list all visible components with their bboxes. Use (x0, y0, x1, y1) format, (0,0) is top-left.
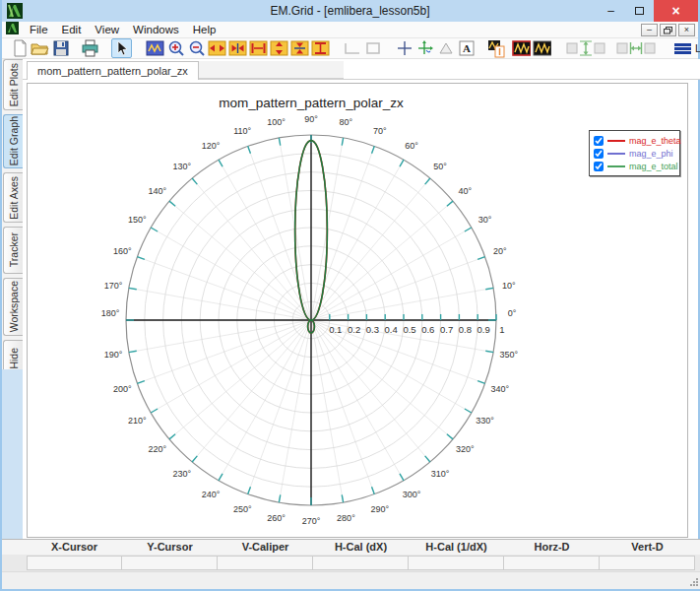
sidebar-tab-workspace[interactable]: Workspace (3, 278, 23, 336)
maximize-icon[interactable] (625, 0, 654, 22)
svg-text:0.8: 0.8 (459, 324, 472, 335)
svg-text:0.4: 0.4 (385, 324, 398, 335)
legend-line-sample (607, 153, 625, 155)
svg-text:0.6: 0.6 (421, 324, 434, 335)
title-bar: EM.Grid - [emlibera_lesson5b] – × (2, 0, 698, 22)
shrink-vertical-icon[interactable] (289, 38, 310, 58)
layout-menu-button[interactable]: Layout ▼ (670, 40, 700, 56)
svg-text:200°: 200° (113, 384, 132, 394)
svg-text:0.3: 0.3 (366, 324, 379, 335)
menu-windows[interactable]: Windows (126, 23, 186, 36)
svg-text:300°: 300° (403, 490, 421, 499)
svg-text:80°: 80° (340, 117, 353, 127)
svg-text:10°: 10° (502, 281, 516, 291)
legend: mag_e_theta mag_e_phi mag_e_total (589, 130, 680, 176)
pointer-select-icon[interactable] (111, 38, 132, 58)
text-annotation-icon[interactable]: A (456, 38, 477, 58)
toolbar: A Layout ▼ (2, 38, 698, 59)
zoom-window-icon[interactable] (145, 38, 165, 58)
save-file-icon[interactable] (50, 38, 71, 58)
fit-vertical-icon[interactable] (310, 38, 331, 58)
legend-line-sample (607, 140, 625, 142)
fit-horizontal-icon[interactable] (248, 38, 269, 58)
zoom-in-icon[interactable] (165, 38, 186, 58)
svg-text:230°: 230° (173, 469, 192, 479)
menu-view[interactable]: View (88, 23, 126, 36)
plot-style-red-icon[interactable] (511, 38, 532, 58)
cursor-label-hcal-dx: H-Cal (dX) (313, 540, 409, 555)
cursor-label-x: X-Cursor (27, 540, 122, 555)
print-icon[interactable] (80, 38, 100, 58)
document-tab-active[interactable]: mom_pattern_pattern_polar_zx (27, 61, 199, 80)
new-file-icon[interactable] (9, 38, 30, 58)
h-spacing-group-icon[interactable] (615, 38, 657, 58)
legend-row: mag_e_total (594, 160, 675, 172)
cursor-label-vcaliper: V-Caliper (218, 540, 313, 555)
sidebar-tab-edit-axes[interactable]: Edit Axes (3, 172, 23, 223)
svg-text:110°: 110° (233, 126, 251, 136)
legend-checkbox-mag-e-phi[interactable] (594, 149, 604, 159)
rect-select-2-icon[interactable] (362, 38, 383, 58)
svg-text:0.9: 0.9 (477, 324, 490, 335)
legend-row: mag_e_phi (594, 147, 675, 160)
menu-edit[interactable]: Edit (55, 23, 89, 36)
zoom-out-icon[interactable] (186, 38, 207, 58)
cursor-value-cell (409, 556, 504, 570)
menu-bar: File Edit View Windows Help – × (2, 22, 698, 38)
close-icon[interactable]: × (654, 0, 698, 22)
svg-text:30°: 30° (478, 215, 492, 225)
svg-text:0.2: 0.2 (348, 324, 360, 335)
svg-text:140°: 140° (148, 186, 166, 196)
svg-text:130°: 130° (173, 162, 192, 171)
svg-text:150°: 150° (128, 215, 147, 225)
minimize-icon[interactable]: – (597, 0, 625, 22)
resize-grip[interactable] (689, 577, 699, 587)
svg-text:350°: 350° (500, 350, 519, 360)
svg-text:70°: 70° (373, 126, 387, 136)
svg-text:320°: 320° (456, 444, 475, 454)
plot-style-icon[interactable] (532, 38, 552, 58)
expand-vertical-icon[interactable] (269, 38, 289, 58)
sidebar-tab-tracker[interactable]: Tracker (3, 227, 23, 274)
cursor-value-row (2, 555, 700, 571)
marker-triangle-icon[interactable] (435, 38, 456, 58)
rect-select-icon[interactable] (342, 38, 362, 58)
axes-tool-icon[interactable] (414, 38, 435, 58)
svg-text:260°: 260° (267, 513, 286, 523)
svg-text:330°: 330° (476, 416, 494, 426)
expand-horizontal-icon[interactable] (207, 38, 227, 58)
shrink-horizontal-icon[interactable] (227, 38, 248, 58)
svg-text:190°: 190° (104, 350, 123, 360)
cursor-value-cell (122, 556, 218, 570)
layout-icon (674, 43, 691, 54)
svg-text:290°: 290° (370, 504, 389, 514)
sidebar-tab-edit-plots[interactable]: Edit Plots (3, 59, 23, 110)
svg-text:0.7: 0.7 (440, 324, 453, 335)
menu-file[interactable]: File (23, 23, 55, 36)
mdi-close-icon[interactable]: × (678, 24, 695, 36)
cursor-label-hcal-1dx: H-Cal (1/dX) (409, 540, 504, 555)
cursor-value-cell (600, 556, 695, 570)
plot-properties-icon[interactable] (485, 38, 506, 58)
svg-text:20°: 20° (493, 246, 507, 256)
status-bar (2, 571, 700, 589)
mdi-minimize-icon[interactable]: – (641, 24, 658, 36)
sidebar-tab-edit-graph[interactable]: Edit Graph (3, 114, 23, 168)
menu-help[interactable]: Help (186, 23, 223, 36)
window-title: EM.Grid - [emlibera_lesson5b] (2, 4, 698, 18)
cursor-value-cell (218, 556, 313, 570)
crosshair-icon[interactable] (394, 38, 414, 58)
cursor-label-horz-d: Horz-D (504, 540, 600, 555)
legend-checkbox-mag-e-theta[interactable] (594, 136, 604, 146)
svg-text:280°: 280° (337, 513, 355, 523)
svg-text:270°: 270° (302, 516, 321, 526)
v-spacing-group-icon[interactable] (565, 38, 606, 58)
open-file-icon[interactable] (30, 38, 50, 58)
mdi-restore-icon[interactable] (660, 24, 676, 36)
cursor-label-row: X-Cursor Y-Cursor V-Caliper H-Cal (dX) H… (2, 539, 700, 555)
svg-text:60°: 60° (405, 141, 418, 151)
svg-text:0°: 0° (508, 308, 517, 318)
svg-text:180°: 180° (101, 308, 120, 318)
legend-checkbox-mag-e-total[interactable] (594, 162, 604, 171)
legend-line-sample (607, 165, 625, 167)
